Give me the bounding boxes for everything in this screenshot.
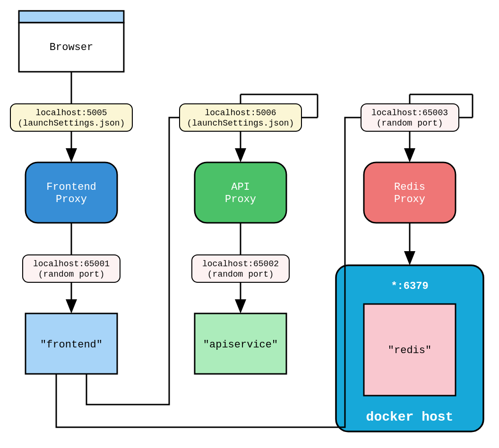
- svg-text:localhost:5006: localhost:5006: [205, 108, 276, 118]
- svg-text:Frontend: Frontend: [46, 181, 96, 193]
- svg-text:"redis": "redis": [388, 345, 431, 356]
- edge-label-5005: localhost:5005 (launchSettings.json): [10, 104, 132, 131]
- svg-text:localhost:65002: localhost:65002: [202, 259, 279, 269]
- svg-text:(random port): (random port): [207, 270, 274, 279]
- svg-rect-1: [19, 11, 124, 23]
- svg-text:(launchSettings.json): (launchSettings.json): [18, 118, 125, 128]
- node-frontend-proxy: Frontend Proxy: [26, 162, 117, 223]
- svg-text:localhost:65001: localhost:65001: [33, 259, 110, 269]
- svg-text:*:6379: *:6379: [391, 280, 428, 292]
- edge-label-65003: localhost:65003 (random port): [361, 104, 459, 131]
- svg-text:Proxy: Proxy: [394, 194, 425, 205]
- svg-text:(launchSettings.json): (launchSettings.json): [187, 118, 294, 128]
- node-apiservice: "apiservice": [195, 313, 286, 374]
- node-frontend: "frontend": [26, 313, 117, 374]
- node-browser: Browser: [19, 11, 124, 72]
- svg-text:Proxy: Proxy: [225, 194, 256, 205]
- edge-label-5006: localhost:5006 (launchSettings.json): [180, 104, 301, 131]
- browser-label: Browser: [50, 42, 93, 53]
- svg-text:"frontend": "frontend": [40, 339, 103, 351]
- svg-text:API: API: [231, 181, 250, 193]
- node-redis: "redis": [364, 304, 456, 396]
- svg-text:docker host: docker host: [366, 410, 454, 424]
- edge-label-65002: localhost:65002 (random port): [192, 255, 289, 282]
- svg-text:"apiservice": "apiservice": [203, 339, 278, 351]
- node-redis-proxy: Redis Proxy: [364, 162, 456, 223]
- node-api-proxy: API Proxy: [195, 162, 286, 223]
- svg-text:Redis: Redis: [394, 181, 425, 193]
- svg-text:localhost:5005: localhost:5005: [35, 108, 107, 118]
- svg-text:Proxy: Proxy: [56, 194, 87, 205]
- svg-text:localhost:65003: localhost:65003: [371, 108, 448, 118]
- svg-text:(random port): (random port): [377, 118, 443, 128]
- svg-text:(random port): (random port): [38, 270, 104, 279]
- edge-label-65001: localhost:65001 (random port): [23, 255, 120, 282]
